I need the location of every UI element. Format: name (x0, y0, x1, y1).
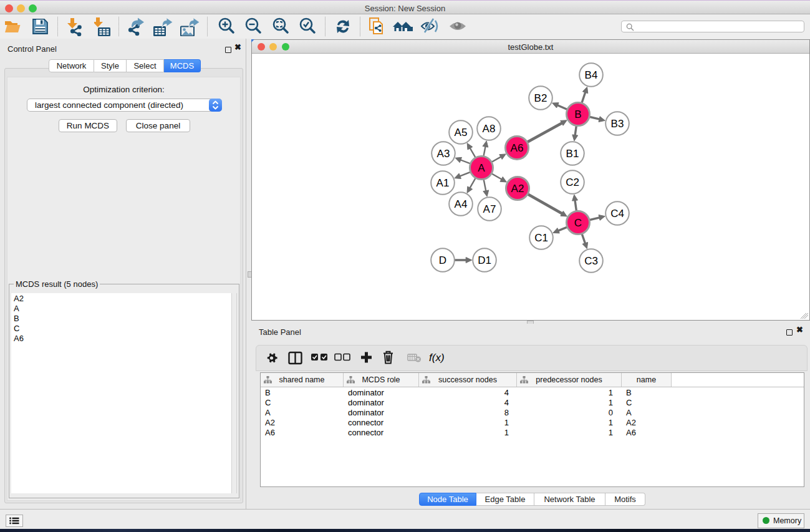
svg-text:D: D (439, 254, 446, 266)
svg-text:C2: C2 (566, 177, 579, 188)
svg-text:C1: C1 (534, 232, 548, 244)
svg-text:f(x): f(x) (429, 352, 445, 364)
svg-text:A6: A6 (511, 142, 524, 154)
svg-text:A7: A7 (483, 203, 496, 215)
svg-text:A: A (478, 162, 485, 174)
svg-text:C: C (574, 217, 582, 229)
svg-text:D1: D1 (478, 254, 491, 266)
svg-text:C4: C4 (610, 208, 624, 220)
svg-text:A3: A3 (437, 148, 450, 160)
svg-text:B4: B4 (585, 69, 598, 81)
svg-text:B2: B2 (534, 92, 547, 104)
svg-text:A1: A1 (436, 177, 450, 189)
svg-text:B1: B1 (566, 148, 579, 160)
svg-text:A4: A4 (455, 198, 468, 210)
svg-text:B: B (574, 109, 581, 120)
svg-text:A2: A2 (511, 183, 524, 195)
svg-text:A5: A5 (455, 127, 468, 138)
svg-text:A8: A8 (483, 123, 496, 135)
svg-text:B3: B3 (611, 118, 624, 130)
svg-text:C3: C3 (584, 255, 598, 267)
